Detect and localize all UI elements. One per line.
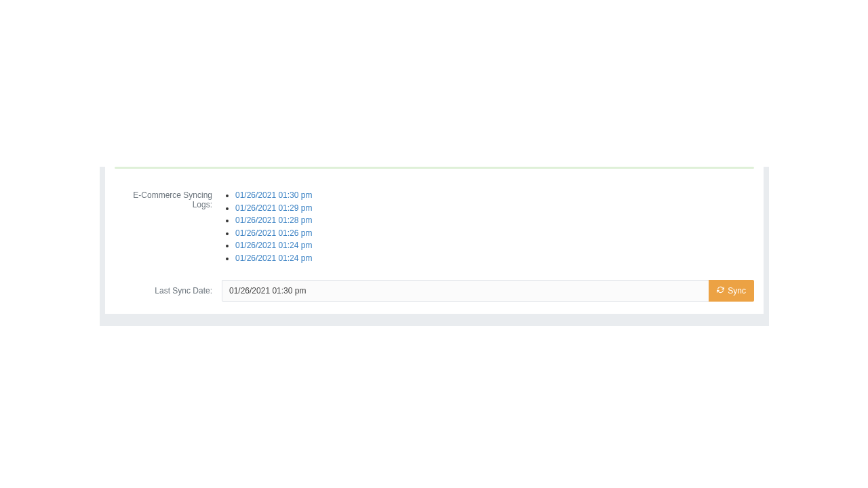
row-syncing-logs: E-Commerce Syncing Logs: 01/26/2021 01:3…: [115, 189, 754, 265]
value-last-sync: Sync: [222, 280, 754, 302]
refresh-icon: [717, 286, 724, 296]
list-item: 01/26/2021 01:24 pm: [235, 252, 754, 265]
list-item: 01/26/2021 01:28 pm: [235, 214, 754, 227]
row-last-sync: Last Sync Date:: [115, 280, 754, 302]
label-syncing-logs: E-Commerce Syncing Logs:: [115, 189, 222, 209]
sync-input-group: Sync: [222, 280, 754, 302]
list-item: 01/26/2021 01:29 pm: [235, 202, 754, 215]
page-root: E-Commerce Syncing Logs: 01/26/2021 01:3…: [0, 0, 868, 488]
log-link[interactable]: 01/26/2021 01:24 pm: [235, 253, 312, 263]
value-syncing-logs: 01/26/2021 01:30 pm 01/26/2021 01:29 pm …: [222, 189, 754, 265]
panel: E-Commerce Syncing Logs: 01/26/2021 01:3…: [105, 167, 764, 314]
log-link[interactable]: 01/26/2021 01:30 pm: [235, 190, 312, 200]
panel-wrap: E-Commerce Syncing Logs: 01/26/2021 01:3…: [100, 167, 769, 326]
list-item: 01/26/2021 01:26 pm: [235, 227, 754, 240]
list-item: 01/26/2021 01:24 pm: [235, 239, 754, 252]
label-last-sync: Last Sync Date:: [115, 280, 222, 296]
log-link[interactable]: 01/26/2021 01:26 pm: [235, 228, 312, 238]
list-item: 01/26/2021 01:30 pm: [235, 189, 754, 202]
top-strip: [115, 167, 754, 169]
log-list: 01/26/2021 01:30 pm 01/26/2021 01:29 pm …: [222, 189, 754, 265]
last-sync-input[interactable]: [222, 280, 709, 302]
sync-button[interactable]: Sync: [709, 280, 754, 302]
log-link[interactable]: 01/26/2021 01:29 pm: [235, 203, 312, 213]
sync-button-label: Sync: [728, 286, 746, 296]
log-link[interactable]: 01/26/2021 01:24 pm: [235, 241, 312, 250]
log-link[interactable]: 01/26/2021 01:28 pm: [235, 216, 312, 225]
